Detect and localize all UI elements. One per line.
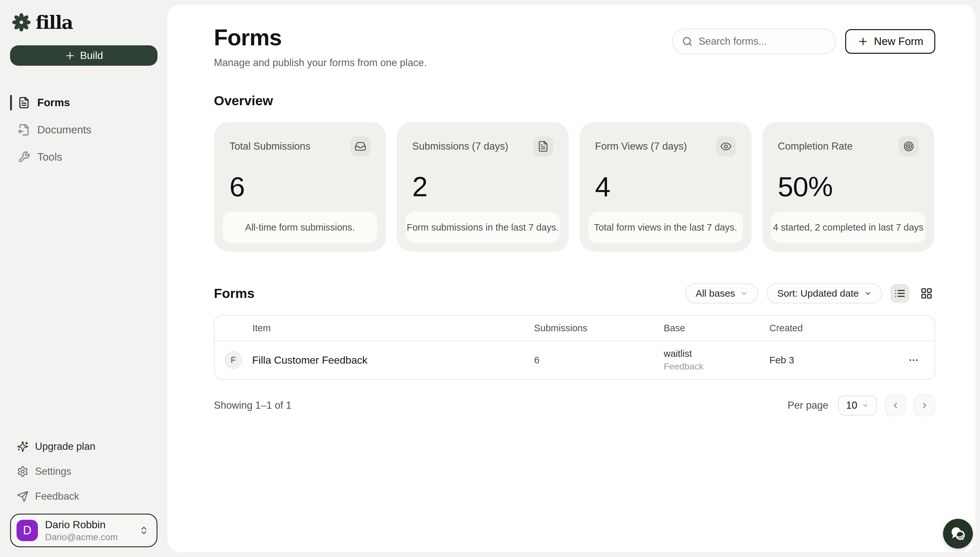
new-form-button-label: New Form [874,35,923,47]
page-summary: Showing 1–1 of 1 [214,400,292,411]
bases-filter-dropdown[interactable]: All bases [685,283,758,303]
form-submissions: 6 [534,355,664,366]
page-title: Forms [214,24,427,50]
per-page-select[interactable]: 10 [838,396,877,415]
file-text-icon [18,96,30,109]
stat-card-value: 4 [595,171,736,203]
eye-icon [716,136,736,156]
stat-card-footer: 4 started, 2 completed in last 7 days [771,212,926,243]
search-input[interactable] [699,36,826,47]
stat-card-value: 2 [412,171,553,203]
stat-card-footer: All-time form submissions. [223,212,377,243]
search-box[interactable] [672,28,836,54]
ellipsis-icon [908,355,919,366]
sidebar-nav: Forms Documents Tools [0,94,168,166]
wrench-icon [18,151,30,163]
file-text-icon [533,136,553,156]
upgrade-plan-item[interactable]: Upgrade plan [0,438,168,455]
new-form-button[interactable]: New Form [845,29,935,54]
flower-logo-icon [12,13,31,31]
form-name: Filla Customer Feedback [252,354,368,366]
grid-view-button[interactable] [918,285,935,302]
chat-widget-button[interactable] [943,519,973,549]
sidebar-footer-nav: Upgrade plan Settings Feedback [0,438,168,505]
bases-filter-label: All bases [696,288,735,299]
stat-card-footer: Total form views in the last 7 days. [588,212,743,243]
brand-name: filla [36,11,73,33]
footer-item-label: Feedback [35,490,79,502]
next-page-button[interactable] [914,395,935,416]
user-name: Dario Robbin [45,519,132,531]
form-created: Feb 3 [769,355,886,366]
sidebar: filla Build Forms Documents Tools [0,0,168,557]
inbox-icon [350,136,371,156]
form-base-tag: Feedback [664,362,769,372]
footer-item-label: Upgrade plan [35,441,95,453]
sidebar-item-label: Tools [37,151,62,163]
stat-card-value: 50% [778,171,919,203]
chevron-down-icon [740,290,748,297]
build-button-label: Build [80,50,103,62]
sort-label: Sort: Updated date [777,288,859,299]
main-panel: Forms Manage and publish your forms from… [168,5,975,552]
footer-item-label: Settings [35,466,71,477]
grid-icon [920,287,933,300]
chevron-down-icon [862,402,869,409]
settings-item[interactable]: Settings [0,463,168,480]
gear-icon [17,466,28,477]
target-icon [899,136,919,156]
list-icon [894,288,906,299]
build-button[interactable]: Build [10,46,157,66]
stat-card-title: Completion Rate [778,140,853,152]
overview-cards: Total Submissions 6 All-time form submis… [214,122,935,252]
sparkles-icon [17,441,28,453]
stat-card-value: 6 [229,171,371,203]
user-menu[interactable]: D Dario Robbin Dario@acme.com [10,514,157,547]
file-output-icon [18,124,30,136]
per-page-value: 10 [846,400,857,411]
chevron-right-icon [920,401,929,410]
previous-page-button[interactable] [885,395,906,416]
sidebar-item-tools[interactable]: Tools [0,149,168,166]
chevrons-up-down-icon [139,526,149,535]
search-icon [682,36,693,47]
chevron-left-icon [891,401,900,410]
row-menu-button[interactable] [908,355,934,366]
stat-card-completion-rate: Completion Rate 50% 4 started, 2 complet… [762,122,934,252]
stat-card-submissions-7d: Submissions (7 days) 2 Form submissions … [397,122,569,252]
chevron-down-icon [864,290,872,297]
sidebar-item-documents[interactable]: Documents [0,121,168,138]
send-icon [17,490,28,502]
column-header-created: Created [769,323,886,334]
list-view-button[interactable] [890,284,909,303]
overview-heading: Overview [214,93,935,109]
forms-heading: Forms [214,286,255,301]
table-row[interactable]: F Filla Customer Feedback 6 waitlist Fee… [214,341,934,379]
form-base-name: waitlist [664,349,769,359]
stat-card-footer: Form submissions in the last 7 days. [405,212,560,243]
plus-icon [857,36,869,47]
stat-card-form-views: Form Views (7 days) 4 Total form views i… [580,122,751,252]
feedback-item[interactable]: Feedback [0,489,168,505]
per-page-label: Per page [787,400,828,411]
sidebar-item-label: Documents [37,124,91,136]
stat-card-title: Total Submissions [229,140,310,152]
stat-card-total-submissions: Total Submissions 6 All-time form submis… [214,122,386,252]
page-subtitle: Manage and publish your forms from one p… [214,57,427,68]
plus-icon [64,50,75,61]
column-header-submissions: Submissions [534,323,664,334]
sidebar-item-label: Forms [37,96,70,109]
column-header-base: Base [664,323,769,334]
user-email: Dario@acme.com [45,532,132,542]
forms-table: Item Submissions Base Created F Filla Cu… [214,315,935,380]
table-header: Item Submissions Base Created [214,316,934,341]
avatar: D [16,520,38,541]
sidebar-item-forms[interactable]: Forms [0,94,168,111]
sort-dropdown[interactable]: Sort: Updated date [767,283,882,303]
stat-card-title: Submissions (7 days) [412,140,508,152]
stat-card-title: Form Views (7 days) [595,140,687,152]
pagination: Showing 1–1 of 1 Per page 10 [214,395,935,416]
chat-bubbles-icon [949,525,967,542]
brand-logo: filla [12,11,168,33]
page-header: Forms Manage and publish your forms from… [214,5,935,68]
